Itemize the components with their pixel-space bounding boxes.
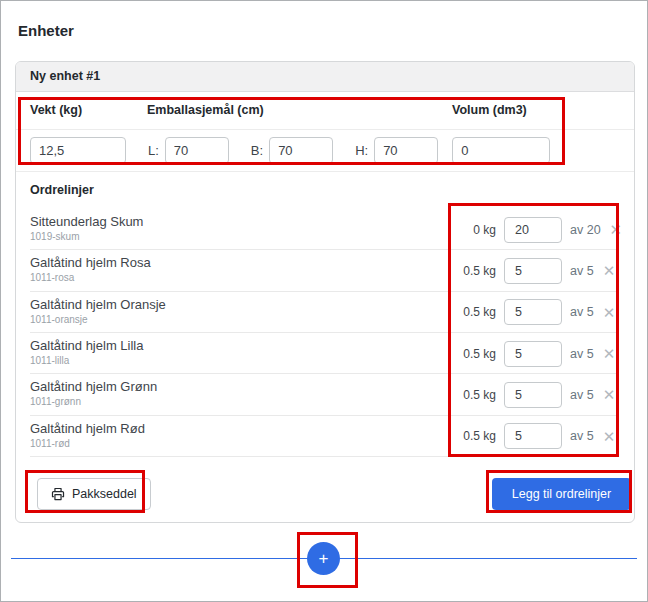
orderline-list: Sitteunderlag Skum 1019-skum 0 kg av 20 … — [16, 209, 634, 457]
orderline-row: Sitteunderlag Skum 1019-skum 0 kg av 20 … — [16, 209, 634, 250]
add-unit-button[interactable]: + — [307, 542, 340, 575]
dimension-input[interactable] — [165, 137, 229, 164]
dimension-input[interactable] — [269, 137, 333, 164]
orderline-weight: 0.5 kg — [456, 429, 496, 443]
orderline-qty-input[interactable] — [504, 423, 562, 449]
volume-input[interactable] — [452, 137, 550, 164]
orderline-sku: 1011-grønn — [30, 396, 81, 407]
orderline-max: av 5 — [570, 305, 594, 319]
orderline-controls: 0.5 kg av 5 ✕ — [456, 374, 615, 415]
orderline-weight: 0.5 kg — [456, 305, 496, 319]
orderline-row: Galtåtind hjelm Lilla 1011-lilla 0.5 kg … — [16, 333, 634, 374]
dimension-prefix: L: — [148, 143, 159, 158]
orderline-max: av 20 — [570, 223, 601, 237]
orderline-name: Galtåtind hjelm Grønn — [30, 379, 157, 394]
dimension-input[interactable] — [374, 137, 438, 164]
orderline-row: Galtåtind hjelm Rød 1011-rød 0.5 kg av 5… — [16, 416, 634, 457]
orderline-controls: 0 kg av 20 ✕ — [456, 209, 622, 250]
orderline-qty-input[interactable] — [504, 299, 562, 325]
remove-orderline-icon[interactable]: ✕ — [603, 387, 616, 402]
dimension-field: B: — [251, 137, 333, 164]
orderline-sku: 1011-oransje — [30, 314, 88, 325]
enheter-page: Enheter Ny enhet #1 Vekt (kg) Emballasje… — [0, 0, 648, 602]
dimension-fields: L: B: H: — [126, 137, 438, 164]
dimension-field: H: — [355, 137, 438, 164]
orderline-max: av 5 — [570, 388, 594, 402]
orderline-row: Galtåtind hjelm Grønn 1011-grønn 0.5 kg … — [16, 374, 634, 415]
orderline-controls: 0.5 kg av 5 ✕ — [456, 292, 615, 333]
orderline-sku: 1011-rosa — [30, 272, 74, 283]
fields-inputs-row: L: B: H: — [16, 129, 634, 172]
orderline-max: av 5 — [570, 347, 594, 361]
dimension-prefix: H: — [355, 143, 368, 158]
unit-card-header: Ny enhet #1 — [16, 62, 634, 92]
row-divider — [30, 456, 617, 457]
page-title: Enheter — [18, 22, 74, 39]
orderline-name: Galtåtind hjelm Rosa — [30, 255, 151, 270]
orderline-weight: 0.5 kg — [456, 347, 496, 361]
weight-label: Vekt (kg) — [30, 103, 82, 117]
orderline-max: av 5 — [570, 264, 594, 278]
orderline-controls: 0.5 kg av 5 ✕ — [456, 333, 615, 374]
orderline-name: Galtåtind hjelm Lilla — [30, 338, 143, 353]
orderline-sku: 1011-lilla — [30, 355, 69, 366]
dimensions-label: Emballasjemål (cm) — [147, 103, 264, 117]
remove-orderline-icon[interactable]: ✕ — [603, 305, 616, 320]
remove-orderline-icon[interactable]: ✕ — [603, 429, 616, 444]
add-orderlines-button[interactable]: Legg til ordrelinjer — [492, 478, 631, 510]
orderline-name: Galtåtind hjelm Oransje — [30, 297, 166, 312]
orderline-controls: 0.5 kg av 5 ✕ — [456, 250, 615, 291]
remove-orderline-icon[interactable]: ✕ — [603, 263, 616, 278]
remove-orderline-icon[interactable]: ✕ — [603, 346, 616, 361]
unit-card: Ny enhet #1 Vekt (kg) Emballasjemål (cm)… — [15, 61, 635, 523]
orderline-controls: 0.5 kg av 5 ✕ — [456, 416, 615, 457]
orderline-sku: 1019-skum — [30, 231, 79, 242]
orderline-weight: 0.5 kg — [456, 388, 496, 402]
printer-icon — [51, 487, 65, 501]
remove-orderline-icon[interactable]: ✕ — [610, 222, 623, 237]
orderline-weight: 0 kg — [456, 223, 496, 237]
weight-input[interactable] — [30, 137, 126, 164]
orderline-weight: 0.5 kg — [456, 264, 496, 278]
fields-labels-row: Vekt (kg) Emballasjemål (cm) Volum (dm3) — [16, 92, 634, 130]
orderlines-heading: Ordrelinjer — [30, 183, 94, 197]
orderline-qty-input[interactable] — [504, 258, 562, 284]
dimension-field: L: — [148, 137, 229, 164]
orderline-sku: 1011-rød — [30, 438, 70, 449]
volume-label: Volum (dm3) — [452, 103, 527, 117]
orderline-name: Galtåtind hjelm Rød — [30, 421, 145, 436]
orderline-name: Sitteunderlag Skum — [30, 214, 143, 229]
orderline-qty-input[interactable] — [504, 341, 562, 367]
dimension-prefix: B: — [251, 143, 263, 158]
orderline-qty-input[interactable] — [504, 217, 562, 243]
orderline-row: Galtåtind hjelm Oransje 1011-oransje 0.5… — [16, 292, 634, 333]
orderline-qty-input[interactable] — [504, 382, 562, 408]
packing-slip-button[interactable]: Pakkseddel — [37, 478, 151, 510]
orderline-row: Galtåtind hjelm Rosa 1011-rosa 0.5 kg av… — [16, 250, 634, 291]
orderline-max: av 5 — [570, 429, 594, 443]
packing-slip-label: Pakkseddel — [72, 487, 137, 501]
plus-icon: + — [319, 549, 329, 568]
